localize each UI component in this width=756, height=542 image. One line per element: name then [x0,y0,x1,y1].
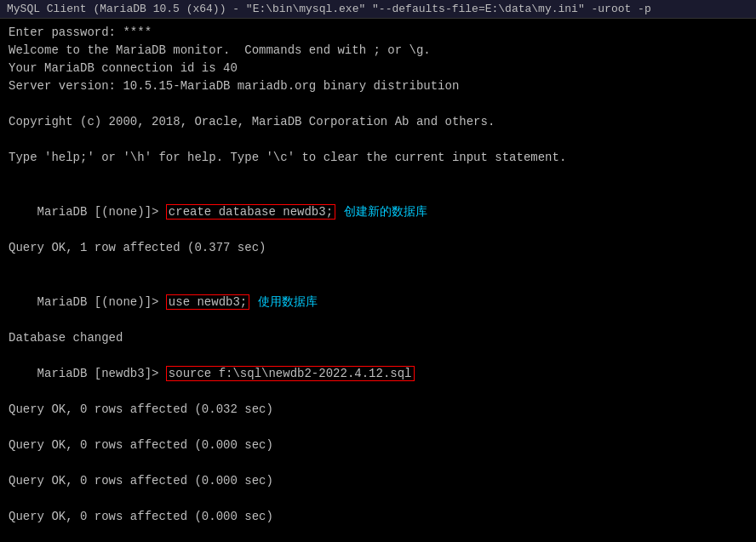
line-enter-password: Enter password: **** [9,24,747,42]
line-copyright: Copyright (c) 2000, 2018, Oracle, MariaD… [9,113,747,131]
line-source-result: Query OK, 0 rows affected (0.032 sec) [9,401,747,419]
line-create-db-result: Query OK, 1 row affected (0.377 sec) [9,239,747,257]
cmd-source: source f:\sql\newdb2-2022.4.12.sql [166,366,415,381]
annotation-create-db: 创建新的数据库 [344,204,427,218]
terminal: Enter password: **** Welcome to the Mari… [0,19,756,539]
annotation-use-db: 使用数据库 [258,294,318,308]
line-connection-id: Your MariaDB connection id is 40 [9,60,747,77]
prompt-none: MariaDB [(none)]> [37,205,166,219]
prompt-none-2: MariaDB [(none)]> [37,295,166,309]
line-source: MariaDB [newdb3]> source f:\sql\newdb2-2… [9,347,747,401]
cmd-create-db: create database newdb3; [166,204,335,220]
line-welcome: Welcome to the MariaDB monitor. Commands… [9,42,747,60]
line-database-changed: Database changed [9,329,747,347]
line-server-version: Server version: 10.5.15-MariaDB mariadb.… [9,77,747,95]
prompt-newdb3: MariaDB [newdb3]> [37,367,166,380]
title-bar: MySQL Client (MariaDB 10.5 (x64)) - "E:\… [0,0,756,19]
line-query-ok-2: Query OK, 0 rows affected (0.000 sec) [9,472,747,490]
title-text: MySQL Client (MariaDB 10.5 (x64)) - "E:\… [7,3,651,15]
line-use-db: MariaDB [(none)]> use newdb3;使用数据库 [9,275,747,329]
line-query-ok-1: Query OK, 0 rows affected (0.000 sec) [9,436,747,454]
line-type-help: Type 'help;' or '\h' for help. Type '\c'… [9,149,747,167]
line-create-db: MariaDB [(none)]> create database newdb3… [9,185,747,239]
cmd-use-db: use newdb3; [166,294,249,310]
line-query-ok-3: Query OK, 0 rows affected (0.000 sec) [9,508,747,526]
